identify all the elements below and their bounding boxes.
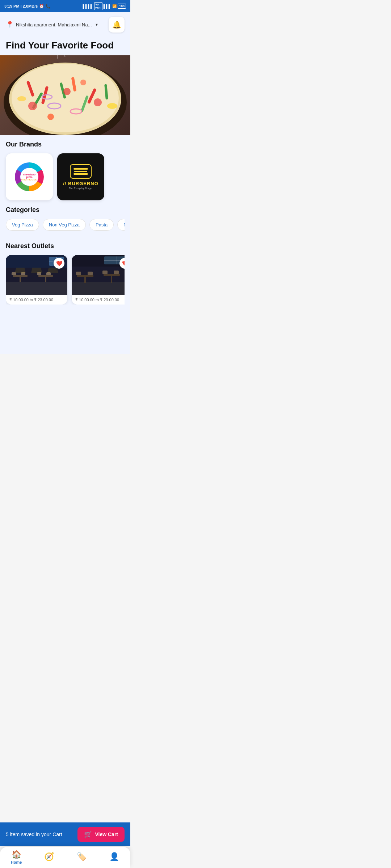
category-chip-nonveg-pizza[interactable]: Non Veg Pizza [43,219,86,231]
category-chip-momo[interactable]: Momo & M [117,219,125,231]
svg-rect-44 [84,275,86,283]
wifi-icon: 📶 [112,4,117,8]
outlet-card-1[interactable]: ❤️ ₹ 10.00.00 to ₹ 23.00.00 [6,255,67,305]
svg-point-16 [63,88,71,95]
svg-rect-47 [76,272,81,275]
battery-indicator: 100 [118,4,126,9]
brands-section: Our Brands cheesianopizza TRUST THE CRUS… [0,135,130,206]
restaurant-interior-svg-2 [72,255,125,295]
svg-point-20 [17,96,26,101]
location-header: 📍 Nikshita apartment, Mahalaxmi Na... ▾ … [0,12,130,37]
outlets-section: Nearest Outlets [0,237,130,310]
alarm-icon: ⏰ [39,4,44,9]
svg-rect-46 [111,274,112,283]
cheesiano-logo: cheesianopizza TRUST THE CRUST [6,153,53,200]
svg-rect-49 [102,271,108,274]
svg-point-17 [47,114,54,120]
svg-rect-50 [114,271,119,274]
svg-rect-42 [72,282,125,295]
outlets-title: Nearest Outlets [6,242,125,250]
cheesiano-inner: cheesianopizza TRUST THE CRUST [20,168,38,186]
bun-bottom [73,173,88,175]
outlet-info-1: ₹ 10.00.00 to ₹ 23.00.00 [6,295,67,305]
location-text: Nikshita apartment, Mahalaxmi Na... [16,22,92,27]
burgerno-logo: // BURGERNO The Everyday Burger [59,160,103,194]
wifi-signal-icon: ▌▌▌ [104,4,111,8]
cheesiano-tagline: TRUST THE CRUST [21,179,38,181]
outlet-price-2: ₹ 10.00.00 to ₹ 23.00.00 [75,298,125,302]
location-row[interactable]: 📍 Nikshita apartment, Mahalaxmi Na... ▾ [6,21,109,29]
brand-card-cheesiano[interactable]: cheesianopizza TRUST THE CRUST [6,153,53,200]
burgerno-brand-name: // BURGERNO [63,181,98,186]
brands-title: Our Brands [6,141,125,148]
outlet-price-1: ₹ 10.00.00 to ₹ 23.00.00 [9,298,64,302]
status-right: ▌▌▌▌ VoWiFi ▌▌▌ 📶 100 [83,2,126,10]
bell-icon: 🔔 [112,20,121,29]
signal-icon: ▌▌▌▌ [83,4,93,8]
categories-scroll[interactable]: Veg Pizza Non Veg Pizza Pasta Momo & M [6,219,125,231]
outlets-scroll[interactable]: ❤️ ₹ 10.00.00 to ₹ 23.00.00 [6,255,125,305]
outlet-info-2: ₹ 10.00.00 to ₹ 23.00.00 [72,295,125,305]
categories-title: Categories [6,206,125,214]
main-content: 📍 Nikshita apartment, Mahalaxmi Na... ▾ … [0,12,130,354]
time-display: 3:19 PM | 2.0MB/s [4,4,38,8]
location-pin-icon: 📍 [6,21,14,29]
food-banner [0,55,130,135]
pizza-svg [0,55,130,135]
svg-point-14 [28,102,37,110]
categories-section: Categories Veg Pizza Non Veg Pizza Pasta… [0,206,130,237]
svg-rect-48 [88,272,93,275]
call-icon: 📞 [46,4,51,9]
brands-grid: cheesianopizza TRUST THE CRUST // BURGER… [6,153,125,200]
svg-rect-26 [45,275,46,282]
cheesiano-colorful-ring: cheesianopizza TRUST THE CRUST [15,162,44,191]
vowifi-label: VoWiFi [94,2,102,10]
svg-rect-22 [6,282,67,295]
svg-point-18 [80,80,86,85]
brand-card-burgerno[interactable]: // BURGERNO The Everyday Burger [57,153,104,200]
category-chip-pasta[interactable]: Pasta [89,219,114,231]
hero-title: Find Your Favorite Food [0,37,130,55]
burgerno-icon [70,164,92,179]
notification-button[interactable]: 🔔 [109,17,125,33]
pizza-visual [0,55,130,135]
bottom-spacer [0,310,130,354]
svg-rect-24 [20,275,21,282]
category-chip-veg-pizza[interactable]: Veg Pizza [6,219,39,231]
status-left: 3:19 PM | 2.0MB/s ⏰ 📞 [4,4,51,9]
burgerno-tagline: The Everyday Burger [69,187,93,190]
svg-point-19 [107,103,117,109]
burger-filling [74,171,87,172]
svg-point-15 [94,98,102,106]
outlet-card-2[interactable]: ❤️ ₹ 10.00.00 to ₹ 23.00.00 [72,255,125,305]
cheesiano-brand-name: cheesianopizza [23,173,35,179]
status-bar: 3:19 PM | 2.0MB/s ⏰ 📞 ▌▌▌▌ VoWiFi ▌▌▌ 📶 … [0,0,130,12]
outlet-image-2: ❤️ [72,255,125,295]
outlet-image-1: ❤️ [6,255,67,295]
favorite-button-1[interactable]: ❤️ [54,258,64,269]
chevron-down-icon: ▾ [96,22,98,27]
bun-top [73,168,88,170]
